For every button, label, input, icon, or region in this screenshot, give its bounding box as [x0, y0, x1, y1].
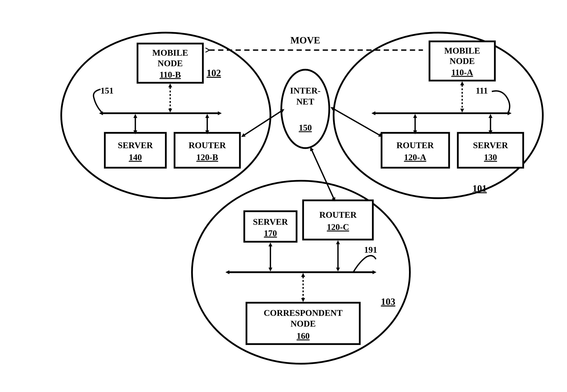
server-130: SERVER 130 — [458, 133, 523, 168]
link-internet-router-c — [312, 150, 334, 198]
svg-text:NODE: NODE — [291, 319, 316, 328]
network-a-zone: 101 111 MOBILE NODE 110-A ROUTER 120-A S… — [334, 33, 543, 198]
svg-text:NODE: NODE — [450, 56, 475, 66]
server-170: SERVER 170 — [244, 211, 297, 242]
link-internet-router-b — [244, 111, 281, 135]
router-120-b: ROUTER 120-B — [174, 133, 240, 168]
svg-text:140: 140 — [129, 153, 142, 162]
svg-text:130: 130 — [484, 153, 497, 162]
router-120-c: ROUTER 120-C — [303, 200, 373, 239]
svg-text:SERVER: SERVER — [473, 140, 508, 150]
network-c-zone: 103 ROUTER 120-C SERVER 170 191 CORRESPO… — [192, 181, 410, 364]
svg-text:120-C: 120-C — [327, 222, 349, 232]
network-diagram: 102 151 MOBILE NODE 110-B SERVER 140 ROU… — [0, 0, 567, 392]
network-c-zone-num: 103 — [381, 296, 395, 307]
correspondent-node: CORRESPONDENT NODE 160 — [247, 303, 360, 344]
mobile-node-a: MOBILE NODE 110-A — [430, 42, 495, 81]
svg-text:150: 150 — [299, 123, 312, 132]
svg-text:160: 160 — [297, 331, 310, 341]
network-a-zone-num: 101 — [472, 183, 487, 194]
svg-text:MOBILE: MOBILE — [444, 46, 480, 56]
network-b-zone-num: 102 — [207, 68, 221, 78]
svg-text:NODE: NODE — [158, 58, 183, 68]
router-120-a: ROUTER 120-A — [382, 133, 449, 168]
svg-text:110-A: 110-A — [451, 68, 473, 77]
svg-text:170: 170 — [264, 228, 277, 238]
svg-text:120-B: 120-B — [196, 153, 218, 162]
svg-text:120-A: 120-A — [404, 153, 426, 162]
internet-cloud: INTER- NET 150 — [281, 70, 329, 148]
svg-text:SERVER: SERVER — [118, 140, 153, 150]
network-b-bus-num: 151 — [101, 86, 114, 95]
network-c-bus-num: 191 — [364, 245, 377, 254]
svg-rect-19 — [458, 133, 523, 168]
svg-text:INTER-: INTER- — [290, 86, 320, 95]
svg-rect-16 — [382, 133, 449, 168]
network-c-bus-leader — [353, 256, 376, 272]
server-140: SERVER 140 — [105, 133, 166, 168]
svg-rect-23 — [303, 200, 373, 239]
network-a-bus-leader — [492, 91, 510, 113]
move-label: MOVE — [290, 35, 320, 45]
svg-text:SERVER: SERVER — [253, 217, 288, 227]
mobile-node-b: MOBILE NODE 110-B — [137, 43, 203, 83]
svg-text:MOBILE: MOBILE — [152, 48, 188, 57]
network-a-bus-num: 111 — [476, 86, 488, 95]
svg-rect-8 — [174, 133, 240, 168]
svg-text:CORRESPONDENT: CORRESPONDENT — [264, 308, 343, 318]
svg-rect-5 — [105, 133, 166, 168]
link-internet-router-a — [334, 109, 379, 135]
svg-text:ROUTER: ROUTER — [397, 140, 434, 150]
svg-text:110-B: 110-B — [160, 70, 181, 80]
svg-point-33 — [281, 70, 329, 148]
svg-text:NET: NET — [296, 97, 314, 106]
svg-text:ROUTER: ROUTER — [319, 210, 357, 220]
svg-text:ROUTER: ROUTER — [189, 140, 226, 150]
network-b-zone: 102 151 MOBILE NODE 110-B SERVER 140 ROU… — [61, 33, 270, 198]
